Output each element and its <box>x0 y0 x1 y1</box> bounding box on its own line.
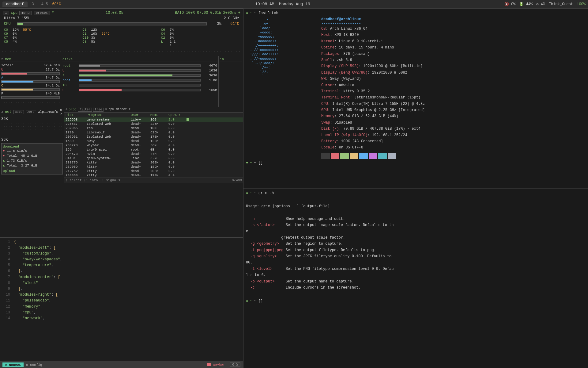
core-c10: C103% <box>82 36 160 40</box>
ff-wm: WM: Sway (Wayland) <box>321 76 586 82</box>
editor-line-4: 4 "sway/workspaces", <box>2 257 240 263</box>
col-cpu: Cpu% ↑ <box>168 113 185 117</box>
editor-line-13: 13 "cpu", <box>2 310 240 316</box>
io-title: io <box>220 57 242 62</box>
cpu-bar-row: CPU 3% 61°C <box>2 21 242 27</box>
cpu-section: 1 cpu menu preset * 10:08:05 BATO 100% 0… <box>0 9 243 56</box>
fastfetch-layout: -. .o+` `ooo/ `+oooo: `+oooooo: .+oooooo… <box>246 17 586 159</box>
core-c6: C67% <box>161 28 239 32</box>
proc-cpu-direct[interactable]: < cpu direct > <box>105 108 130 112</box>
swatch-2 <box>340 153 349 159</box>
tab-extra[interactable]: 4 5 <box>38 2 51 7</box>
col-mem: MemB <box>150 113 167 117</box>
net-panel: 3 net auto zero wlp114s0f0 n > 36K ·····… <box>0 107 64 237</box>
proc-row-12[interactable]: 212752kittydead+208M0.0 <box>64 169 243 173</box>
proc-tree-btn[interactable]: tree <box>93 108 104 112</box>
cpu-dot-pattern: ········································… <box>2 48 242 55</box>
col-user: User: <box>131 113 149 117</box>
mem-dots: ········································… <box>1 99 60 105</box>
cpu-preset-btn[interactable]: preset <box>34 11 50 15</box>
core-l: L1 1 1 <box>161 40 239 47</box>
ul-total: ▲ Total: 3.27 GiB <box>3 163 61 168</box>
proc-row-9[interactable]: 84131qemu-system-libv+6.9G0.0 <box>64 156 243 160</box>
proc-row-13[interactable]: 238838kittydead+190M0.0 <box>64 173 243 178</box>
temp-indicator: 60°C <box>52 2 61 6</box>
ff-battery: Battery: 100% [AC Connected] <box>321 138 586 144</box>
grim-cmd: ~ grim -h <box>254 191 274 195</box>
mem-c-row: C34.1 Gi <box>1 83 60 91</box>
mem-u-row: U27.7 Gi <box>1 67 60 75</box>
fastfetch-prompt2: ~ [] <box>254 161 263 165</box>
proc-row-1[interactable]: 226587Isolated Webdead+225M0.0 <box>64 122 243 126</box>
grim-prompt-row: ● ~ ~ grim -h <box>246 191 586 195</box>
net-title-bar: 3 net auto zero wlp114s0f0 n > <box>1 108 63 116</box>
editor-line-8: 8 "clock" <box>2 280 240 286</box>
editor-line-1: 1 { <box>2 239 240 245</box>
core-c5: C54% <box>4 40 82 47</box>
config-label: ⚙ config <box>26 363 42 367</box>
io-panel: io <box>219 56 243 107</box>
editor-mode: ⚙ NORMAL <box>2 362 24 367</box>
col-pid: Pid: <box>66 113 85 117</box>
core-c1: C119%56°C <box>82 32 160 36</box>
cpu-progress-fill <box>17 23 23 25</box>
svg-rect-0 <box>207 363 211 366</box>
proc-footer: ↑ select ↓↑ info ↓↑ signals 0/400 <box>64 178 243 183</box>
dl-total: ▼ Total: 45.1 GiB <box>3 153 61 158</box>
editor-line-12: 12 "memory", <box>2 304 240 310</box>
fastfetch-art: -. .o+` `ooo/ `+oooo: `+oooooo: .+oooooo… <box>246 17 316 159</box>
proc-row-10[interactable]: 238776kittydead+202M0.0 <box>64 160 243 165</box>
cpu-overall-pct: 3% <box>209 22 221 26</box>
net-auto[interactable]: auto <box>13 110 24 114</box>
proc-row-7[interactable]: 169irq/9-acpiroot0B0.0 <box>64 148 243 152</box>
ff-disk: Disk (/): 79.89 GiB / 467.38 GiB (17%) -… <box>321 126 586 132</box>
download-label: download <box>3 145 61 148</box>
mem-a-row: A34.7 Gi <box>1 75 60 83</box>
cpu-cores-grid: C019%55°C C312% C67% C90% C119%56°C C40% <box>2 27 242 48</box>
proc-row-3[interactable]: 1780librewolfdead+626M0.0 <box>64 130 243 135</box>
ff-shell: Shell: zsh 5.9 <box>321 57 586 63</box>
disk-u: U 103G <box>62 68 217 73</box>
ff-packages: Packages: 876 (pacman) <box>321 51 586 57</box>
net-zero[interactable]: zero <box>26 110 36 114</box>
net-interface: wlp114s0f0 <box>38 110 58 114</box>
net-bot-val: 36K <box>1 138 63 142</box>
mem-total-row: Total:62.4 GiB <box>1 63 60 67</box>
proc-filter-btn[interactable]: filter <box>78 108 92 112</box>
net-graph: ········································… <box>1 122 63 138</box>
swatch-0 <box>321 153 330 159</box>
proc-row-8[interactable]: 204678nvimdead+44M0.0 <box>64 152 243 156</box>
disk-boot: boot 1.0G <box>62 78 217 83</box>
col-prog: Program: <box>87 113 130 117</box>
active-tab[interactable]: deadbeef <box>2 2 28 7</box>
topbar: deadbeef 3 4 5 60°C 10:08 AM Monday Aug … <box>0 0 588 9</box>
main-layout: 1 cpu menu preset * 10:08:05 BATO 100% 0… <box>0 9 588 368</box>
proc-row-2[interactable]: 239065zshdead+10M0.0 <box>64 126 243 130</box>
editor-line-9: 9 ], <box>2 286 240 292</box>
proc-row-5[interactable]: 1580swaydead+122M0.0 <box>64 139 243 143</box>
editor-content[interactable]: 1 { 2 "modules-left": [ 3 "custom/logo",… <box>0 238 243 362</box>
cpu-star: * <box>52 11 54 15</box>
ff-os: OS: Arch Linux x86_64 <box>321 26 586 32</box>
swatch-3 <box>350 153 358 159</box>
editor-line-11: 11 "pulseaudio", <box>2 298 240 304</box>
tab-number[interactable]: 3 <box>29 2 37 7</box>
left-panel: 1 cpu menu preset * 10:08:05 BATO 100% 0… <box>0 9 243 368</box>
ff-swap: Swap: Disabled <box>321 120 586 126</box>
proc-row-0[interactable]: 225558qemu-system-libv+16G2.0 <box>64 117 243 122</box>
net-proc-row: 3 net auto zero wlp114s0f0 n > 36K ·····… <box>0 107 243 238</box>
grim-prompt2-row: ● ~ ~ [] <box>246 299 586 303</box>
proc-row-4[interactable]: 207951Isolated Webdead+170M0.0 <box>64 135 243 139</box>
proc-row-11[interactable]: 239059kittydead+189M0.0 <box>64 165 243 169</box>
editor-waybar: waybar <box>207 363 225 366</box>
ff-display1: Display (SHP1593): 588x368 @ 60Hz [Bui… <box>321 63 586 69</box>
editor-statusbar: ⚙ NORMAL ⚙ config waybar 0 % <box>0 361 243 368</box>
core-c9: C90% <box>4 32 82 36</box>
cpu-menu-btn[interactable]: menu <box>19 11 32 15</box>
ff-locale: Locale: en_US.UTF-8 <box>321 144 586 151</box>
editor-panel: 1 { 2 "modules-left": [ 3 "custom/logo",… <box>0 238 243 368</box>
ff-localip: Local IP (wlp114s0f0): 192.168.1.252/24 <box>321 132 586 138</box>
proc-row-6[interactable]: 238728waybardead+56M0.0 <box>64 143 243 148</box>
topbar-right: 🔇 0% 🔋 44% ⚙ 4% Think_Guest 100% <box>504 2 586 6</box>
net-nav[interactable]: n > <box>60 108 63 116</box>
